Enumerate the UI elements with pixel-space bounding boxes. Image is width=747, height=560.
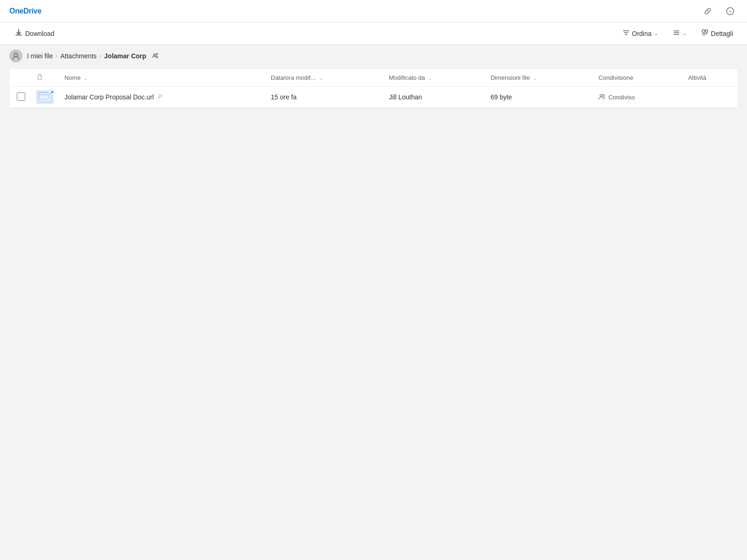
- download-icon: [15, 29, 22, 38]
- col-modified[interactable]: Data/ora modif... ⌄: [265, 69, 383, 87]
- file-size: 69 byte: [491, 93, 512, 101]
- file-thumbnail: [36, 91, 53, 104]
- svg-point-17: [600, 94, 602, 97]
- app-title: OneDrive: [9, 7, 42, 15]
- ordina-chevron: ⌄: [654, 31, 658, 36]
- row-modified-cell: 15 ore fa: [265, 87, 383, 108]
- breadcrumb-my-files[interactable]: I miei file: [27, 52, 53, 60]
- dettagli-icon: [701, 29, 709, 38]
- file-modified: 15 ore fa: [271, 93, 296, 101]
- row-activity-cell: [683, 87, 738, 108]
- col-modified-sort-arrow: ⌄: [319, 76, 323, 81]
- svg-point-10: [154, 54, 155, 56]
- svg-point-18: [603, 94, 605, 96]
- pin-icon: [157, 94, 163, 101]
- svg-rect-4: [674, 34, 679, 35]
- col-size-sort-arrow: ⌄: [533, 76, 537, 81]
- svg-point-9: [14, 53, 17, 56]
- col-activity: Attività: [683, 69, 738, 87]
- sharing-status: Condiviso: [599, 93, 677, 101]
- file-name: Jolamar Corp Proposal Doc.url: [64, 93, 154, 101]
- toolbar-right: Ordina ⌄ ⌄ Dettagli: [618, 27, 738, 40]
- breadcrumb-attachments[interactable]: Attachments: [60, 52, 97, 60]
- folder-share-icon[interactable]: [152, 52, 159, 61]
- top-bar-left: OneDrive: [9, 7, 42, 15]
- col-modified-by[interactable]: Modificato da ⌄: [383, 69, 485, 87]
- col-sharing: Condivisione: [593, 69, 683, 87]
- col-checkbox: [9, 69, 31, 87]
- breadcrumb: I miei file › Attachments › Jolamar Corp: [0, 45, 747, 67]
- top-bar-right: ?: [700, 4, 738, 19]
- ordina-button[interactable]: Ordina ⌄: [618, 27, 662, 40]
- file-external-link-icon: [48, 89, 55, 96]
- col-sharing-label: Condivisione: [599, 74, 633, 81]
- ordina-label: Ordina: [632, 30, 652, 37]
- file-modified-by: Jill Louthan: [389, 93, 422, 101]
- ordina-icon: [622, 29, 630, 38]
- svg-rect-13: [39, 93, 49, 99]
- people-icon: [599, 93, 606, 101]
- row-sharing-cell: Condiviso: [593, 87, 683, 108]
- dettagli-label: Dettagli: [711, 30, 733, 37]
- sharing-label: Condiviso: [608, 94, 635, 101]
- svg-point-16: [42, 94, 42, 95]
- col-modified-by-label: Modificato da: [389, 74, 425, 81]
- col-modified-by-sort-arrow: ⌄: [428, 76, 432, 81]
- user-avatar: [9, 49, 22, 63]
- table-row[interactable]: Jolamar Corp Proposal Doc.url 15 ore fa …: [9, 87, 738, 108]
- row-modified-by-cell: Jill Louthan: [383, 87, 485, 108]
- row-checkbox[interactable]: [17, 92, 25, 101]
- file-table: Nome ⌄ Data/ora modif... ⌄ Modificato da…: [9, 69, 738, 108]
- row-size-cell: 69 byte: [485, 87, 593, 108]
- file-list-area: Nome ⌄ Data/ora modif... ⌄ Modificato da…: [0, 69, 747, 108]
- col-size[interactable]: Dimensioni file ⌄: [485, 69, 593, 87]
- col-file-icon: [31, 69, 59, 87]
- svg-point-15: [40, 94, 41, 95]
- top-bar: OneDrive ?: [0, 0, 747, 22]
- svg-rect-5: [702, 30, 705, 32]
- breadcrumb-sep-2: ›: [99, 53, 101, 59]
- dettagli-button[interactable]: Dettagli: [697, 27, 738, 40]
- download-label: Download: [25, 30, 54, 37]
- table-header-row: Nome ⌄ Data/ora modif... ⌄ Modificato da…: [9, 69, 738, 87]
- toolbar-left: Download: [9, 26, 60, 41]
- row-icon-cell: [31, 87, 59, 108]
- svg-text:?: ?: [729, 9, 732, 14]
- col-modified-label: Data/ora modif...: [271, 74, 316, 81]
- toolbar: Download Ordina ⌄ ⌄: [0, 22, 747, 45]
- view-chevron: ⌄: [683, 31, 686, 36]
- svg-rect-7: [702, 33, 708, 34]
- svg-rect-2: [674, 31, 679, 32]
- view-button[interactable]: ⌄: [668, 27, 691, 40]
- download-button[interactable]: Download: [9, 26, 60, 41]
- col-activity-label: Attività: [688, 74, 706, 81]
- col-name-label: Nome: [64, 74, 81, 81]
- row-name-cell[interactable]: Jolamar Corp Proposal Doc.url: [59, 87, 265, 108]
- svg-rect-3: [674, 32, 679, 33]
- col-name[interactable]: Nome ⌄: [59, 69, 265, 87]
- breadcrumb-sep-1: ›: [56, 53, 57, 59]
- row-checkbox-cell[interactable]: [9, 87, 31, 108]
- view-icon: [673, 29, 680, 38]
- share-link-icon[interactable]: [700, 4, 715, 19]
- help-icon[interactable]: ?: [723, 4, 738, 19]
- breadcrumb-current-folder: Jolamar Corp: [104, 52, 146, 60]
- col-name-sort-arrow: ⌄: [84, 76, 87, 81]
- col-size-label: Dimensioni file: [491, 74, 530, 81]
- svg-rect-6: [705, 30, 708, 32]
- svg-rect-8: [702, 35, 706, 35]
